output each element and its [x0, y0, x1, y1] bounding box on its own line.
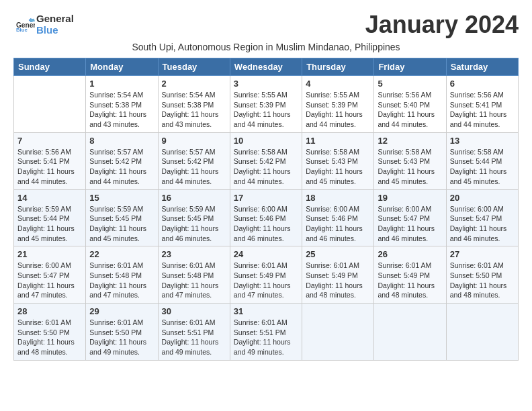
calendar-cell: 23Sunrise: 6:01 AMSunset: 5:48 PMDayligh… [158, 246, 230, 304]
day-info: Sunrise: 5:59 AMSunset: 5:44 PMDaylight:… [17, 204, 82, 244]
calendar-cell: 18Sunrise: 6:00 AMSunset: 5:46 PMDayligh… [302, 189, 374, 246]
day-info: Sunrise: 5:58 AMSunset: 5:43 PMDaylight:… [378, 147, 442, 187]
day-info: Sunrise: 5:59 AMSunset: 5:45 PMDaylight:… [89, 204, 154, 244]
logo-text-line2: Blue [36, 25, 74, 36]
day-number: 31 [234, 306, 298, 316]
day-number: 13 [450, 136, 515, 146]
day-info: Sunrise: 5:58 AMSunset: 5:44 PMDaylight:… [450, 147, 515, 187]
weekday-header-friday: Friday [374, 58, 446, 76]
day-info: Sunrise: 6:01 AMSunset: 5:50 PMDaylight:… [89, 318, 154, 357]
day-info: Sunrise: 6:01 AMSunset: 5:50 PMDaylight:… [450, 261, 515, 300]
calendar-cell: 28Sunrise: 6:01 AMSunset: 5:50 PMDayligh… [14, 304, 86, 361]
calendar-cell: 11Sunrise: 5:58 AMSunset: 5:43 PMDayligh… [302, 132, 374, 189]
day-info: Sunrise: 5:54 AMSunset: 5:38 PMDaylight:… [89, 90, 154, 130]
day-info: Sunrise: 6:01 AMSunset: 5:48 PMDaylight:… [89, 261, 154, 300]
day-info: Sunrise: 6:01 AMSunset: 5:48 PMDaylight:… [162, 261, 226, 300]
calendar-cell: 7Sunrise: 5:56 AMSunset: 5:41 PMDaylight… [14, 132, 86, 189]
logo-icon: General Blue [16, 17, 35, 33]
svg-text:Blue: Blue [16, 27, 28, 33]
month-title: January 2024 [365, 11, 519, 39]
day-number: 16 [162, 193, 226, 203]
day-info: Sunrise: 5:58 AMSunset: 5:43 PMDaylight:… [306, 147, 370, 187]
day-info: Sunrise: 6:00 AMSunset: 5:47 PMDaylight:… [17, 261, 82, 300]
calendar-cell: 9Sunrise: 5:57 AMSunset: 5:42 PMDaylight… [158, 132, 230, 189]
calendar-cell: 29Sunrise: 6:01 AMSunset: 5:50 PMDayligh… [86, 304, 158, 361]
calendar-cell: 8Sunrise: 5:57 AMSunset: 5:42 PMDaylight… [86, 132, 158, 189]
day-number: 22 [89, 249, 154, 259]
day-info: Sunrise: 6:00 AMSunset: 5:47 PMDaylight:… [450, 204, 515, 244]
day-info: Sunrise: 5:59 AMSunset: 5:45 PMDaylight:… [162, 204, 226, 244]
day-info: Sunrise: 5:56 AMSunset: 5:41 PMDaylight:… [450, 90, 515, 130]
day-number: 3 [234, 79, 298, 89]
calendar-cell: 19Sunrise: 6:00 AMSunset: 5:47 PMDayligh… [374, 189, 446, 246]
calendar-cell: 26Sunrise: 6:01 AMSunset: 5:49 PMDayligh… [374, 246, 446, 304]
day-number: 4 [306, 79, 370, 89]
day-info: Sunrise: 6:00 AMSunset: 5:46 PMDaylight:… [234, 204, 298, 244]
day-number: 14 [17, 193, 82, 203]
calendar-cell [14, 76, 86, 133]
calendar-cell: 24Sunrise: 6:01 AMSunset: 5:49 PMDayligh… [230, 246, 302, 304]
weekday-header-tuesday: Tuesday [158, 58, 230, 76]
calendar-cell: 25Sunrise: 6:01 AMSunset: 5:49 PMDayligh… [302, 246, 374, 304]
day-number: 8 [89, 136, 154, 146]
day-number: 25 [306, 249, 370, 259]
day-number: 26 [378, 249, 442, 259]
calendar-cell: 12Sunrise: 5:58 AMSunset: 5:43 PMDayligh… [374, 132, 446, 189]
day-info: Sunrise: 6:01 AMSunset: 5:49 PMDaylight:… [234, 261, 298, 300]
calendar-cell: 30Sunrise: 6:01 AMSunset: 5:51 PMDayligh… [158, 304, 230, 361]
day-number: 5 [378, 79, 442, 89]
calendar-cell: 10Sunrise: 5:58 AMSunset: 5:42 PMDayligh… [230, 132, 302, 189]
day-number: 19 [378, 193, 442, 203]
calendar-table: SundayMondayTuesdayWednesdayThursdayFrid… [13, 58, 519, 361]
day-info: Sunrise: 5:57 AMSunset: 5:42 PMDaylight:… [162, 147, 226, 187]
calendar-cell [302, 304, 374, 361]
day-info: Sunrise: 6:01 AMSunset: 5:51 PMDaylight:… [162, 318, 226, 357]
day-info: Sunrise: 6:01 AMSunset: 5:50 PMDaylight:… [17, 318, 82, 357]
day-info: Sunrise: 6:01 AMSunset: 5:49 PMDaylight:… [306, 261, 370, 300]
day-number: 28 [17, 306, 82, 316]
day-number: 10 [234, 136, 298, 146]
calendar-cell: 6Sunrise: 5:56 AMSunset: 5:41 PMDaylight… [446, 76, 518, 133]
calendar-cell: 27Sunrise: 6:01 AMSunset: 5:50 PMDayligh… [446, 246, 518, 304]
day-info: Sunrise: 5:55 AMSunset: 5:39 PMDaylight:… [306, 90, 370, 130]
calendar-cell: 3Sunrise: 5:55 AMSunset: 5:39 PMDaylight… [230, 76, 302, 133]
day-info: Sunrise: 5:54 AMSunset: 5:38 PMDaylight:… [162, 90, 226, 130]
day-number: 15 [89, 193, 154, 203]
day-number: 12 [378, 136, 442, 146]
calendar-cell: 20Sunrise: 6:00 AMSunset: 5:47 PMDayligh… [446, 189, 518, 246]
weekday-header-wednesday: Wednesday [230, 58, 302, 76]
day-number: 7 [17, 136, 82, 146]
calendar-cell: 14Sunrise: 5:59 AMSunset: 5:44 PMDayligh… [14, 189, 86, 246]
calendar-cell [446, 304, 518, 361]
day-number: 1 [89, 79, 154, 89]
day-number: 20 [450, 193, 515, 203]
logo-text-line1: General [36, 13, 74, 25]
day-info: Sunrise: 6:01 AMSunset: 5:51 PMDaylight:… [234, 318, 298, 357]
day-number: 21 [17, 249, 82, 259]
day-number: 6 [450, 79, 515, 89]
day-number: 24 [234, 249, 298, 259]
day-info: Sunrise: 6:01 AMSunset: 5:49 PMDaylight:… [378, 261, 442, 300]
day-info: Sunrise: 5:56 AMSunset: 5:41 PMDaylight:… [17, 147, 82, 187]
calendar-cell: 31Sunrise: 6:01 AMSunset: 5:51 PMDayligh… [230, 304, 302, 361]
day-info: Sunrise: 5:57 AMSunset: 5:42 PMDaylight:… [89, 147, 154, 187]
day-info: Sunrise: 5:58 AMSunset: 5:42 PMDaylight:… [234, 147, 298, 187]
calendar-subtitle: South Upi, Autonomous Region in Muslim M… [13, 42, 519, 52]
weekday-header-monday: Monday [86, 58, 158, 76]
weekday-header-thursday: Thursday [302, 58, 374, 76]
calendar-cell [374, 304, 446, 361]
day-number: 11 [306, 136, 370, 146]
day-number: 9 [162, 136, 226, 146]
day-number: 23 [162, 249, 226, 259]
calendar-cell: 4Sunrise: 5:55 AMSunset: 5:39 PMDaylight… [302, 76, 374, 133]
day-number: 2 [162, 79, 226, 89]
day-number: 17 [234, 193, 298, 203]
weekday-header-saturday: Saturday [446, 58, 518, 76]
calendar-cell: 21Sunrise: 6:00 AMSunset: 5:47 PMDayligh… [14, 246, 86, 304]
day-number: 27 [450, 249, 515, 259]
day-number: 18 [306, 193, 370, 203]
calendar-cell: 15Sunrise: 5:59 AMSunset: 5:45 PMDayligh… [86, 189, 158, 246]
calendar-cell: 2Sunrise: 5:54 AMSunset: 5:38 PMDaylight… [158, 76, 230, 133]
calendar-cell: 5Sunrise: 5:56 AMSunset: 5:40 PMDaylight… [374, 76, 446, 133]
day-info: Sunrise: 6:00 AMSunset: 5:47 PMDaylight:… [378, 204, 442, 244]
